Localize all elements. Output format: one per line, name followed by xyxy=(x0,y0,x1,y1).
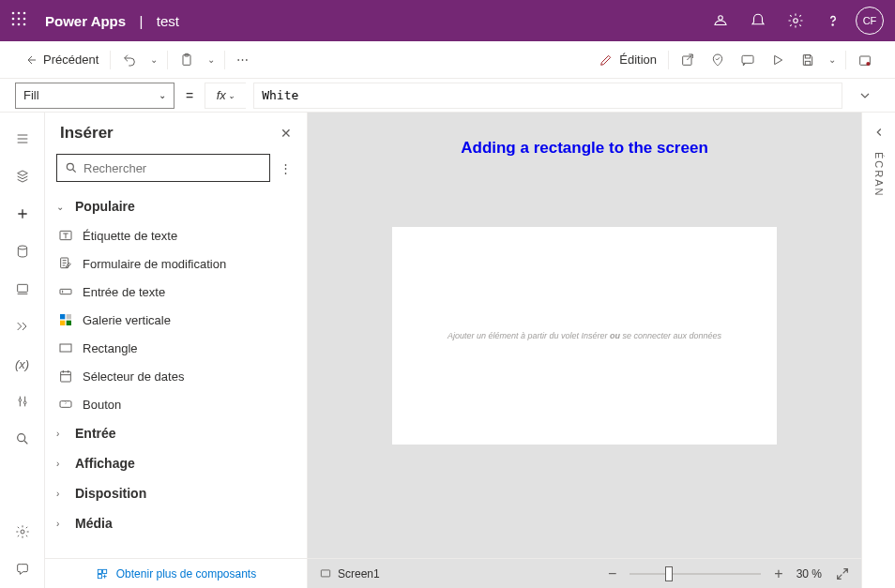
get-more-components[interactable]: Obtenir plus de composants xyxy=(45,558,307,588)
fx-button[interactable]: fx ⌄ xyxy=(205,83,246,109)
properties-tab-label[interactable]: ÉCRAN xyxy=(873,152,885,198)
svg-point-24 xyxy=(67,163,73,170)
rail-feedback-icon[interactable] xyxy=(0,550,45,588)
help-icon[interactable] xyxy=(814,0,852,41)
comments-button[interactable] xyxy=(733,41,763,79)
rail-tree-icon[interactable] xyxy=(0,158,45,195)
form-icon xyxy=(58,256,73,271)
user-avatar[interactable]: CF xyxy=(856,7,884,35)
zoom-in-button[interactable]: + xyxy=(774,565,782,582)
edit-label: Édition xyxy=(619,53,657,67)
button-icon xyxy=(58,397,73,412)
save-chevron-icon[interactable]: ⌄ xyxy=(823,54,842,65)
search-input[interactable] xyxy=(83,161,262,175)
more-commands-button[interactable]: ⋯ xyxy=(229,41,258,79)
divider xyxy=(845,51,846,69)
chevron-right-icon: › xyxy=(56,519,68,529)
group-display[interactable]: › Affichage xyxy=(45,448,307,478)
chevron-right-icon: › xyxy=(56,459,68,469)
svg-point-11 xyxy=(832,24,833,25)
breadcrumb-screen[interactable]: Screen1 xyxy=(319,567,380,580)
panel-more-icon[interactable]: ⋮ xyxy=(276,161,296,175)
zoom-out-button[interactable]: − xyxy=(608,565,616,582)
settings-icon[interactable] xyxy=(777,0,814,41)
svg-rect-36 xyxy=(102,569,106,573)
zoom-slider[interactable] xyxy=(630,573,761,575)
svg-point-2 xyxy=(23,12,26,15)
svg-point-0 xyxy=(12,12,15,15)
svg-rect-31 xyxy=(67,321,71,325)
tutorial-callout: Adding a rectangle to the screen xyxy=(461,139,708,158)
svg-rect-16 xyxy=(805,54,810,57)
control-edit-form[interactable]: Formulaire de modification xyxy=(45,249,307,278)
edit-button[interactable]: Édition xyxy=(591,41,664,79)
collapse-properties-icon[interactable] xyxy=(872,126,886,139)
rail-flows-icon[interactable] xyxy=(0,308,45,345)
svg-rect-37 xyxy=(98,574,101,578)
svg-point-6 xyxy=(12,23,15,26)
svg-point-5 xyxy=(23,18,26,21)
control-date-picker[interactable]: Sélecteur de dates xyxy=(45,362,307,390)
svg-point-19 xyxy=(866,62,870,66)
rail-search-icon[interactable] xyxy=(0,420,45,458)
rail-media-icon[interactable] xyxy=(0,270,45,308)
rail-variables-icon[interactable]: (x) xyxy=(0,345,45,383)
panel-close-icon[interactable]: ✕ xyxy=(281,126,292,141)
svg-rect-28 xyxy=(60,314,65,319)
group-media[interactable]: › Média xyxy=(45,508,307,538)
svg-rect-17 xyxy=(805,61,810,65)
group-entry[interactable]: › Entrée xyxy=(45,418,307,448)
undo-chevron-icon[interactable]: ⌄ xyxy=(144,54,163,65)
rail-insert-icon[interactable] xyxy=(0,195,45,233)
svg-point-22 xyxy=(17,434,24,442)
divider xyxy=(167,51,168,69)
svg-rect-29 xyxy=(67,314,71,319)
rail-hamburger-icon[interactable] xyxy=(0,120,45,158)
property-selector[interactable]: Fill ⌄ xyxy=(15,83,174,109)
svg-rect-35 xyxy=(98,569,101,573)
svg-point-4 xyxy=(18,18,21,21)
gallery-icon xyxy=(58,312,73,327)
undo-button[interactable] xyxy=(114,41,144,79)
chevron-right-icon: › xyxy=(56,429,68,439)
svg-point-10 xyxy=(794,19,798,23)
control-text-input[interactable]: Entrée de texte xyxy=(45,278,307,306)
svg-point-3 xyxy=(12,18,15,21)
checker-button[interactable] xyxy=(703,41,733,79)
header-separator: | xyxy=(131,13,151,29)
divider xyxy=(668,51,669,69)
group-layout[interactable]: › Disposition xyxy=(45,478,307,508)
group-popular[interactable]: ⌄ Populaire xyxy=(45,191,307,221)
control-button[interactable]: Bouton xyxy=(45,390,307,418)
control-vertical-gallery[interactable]: Galerie verticale xyxy=(45,306,307,334)
expand-formula-icon[interactable] xyxy=(850,88,880,103)
property-name: Fill xyxy=(23,88,39,102)
publish-button[interactable] xyxy=(850,41,880,79)
text-input-icon xyxy=(58,284,73,299)
environment-icon[interactable] xyxy=(702,0,739,41)
rail-data-icon[interactable] xyxy=(0,233,45,270)
paste-button[interactable] xyxy=(172,41,202,79)
preview-button[interactable] xyxy=(763,41,793,79)
control-rectangle[interactable]: Rectangle xyxy=(45,334,307,362)
zoom-percent: 30 % xyxy=(796,567,822,580)
search-input-wrapper[interactable] xyxy=(56,154,270,182)
control-text-label[interactable]: Étiquette de texte xyxy=(45,221,307,249)
search-icon xyxy=(65,161,78,174)
svg-rect-21 xyxy=(17,284,27,292)
fit-screen-button[interactable] xyxy=(835,566,850,581)
share-button[interactable] xyxy=(673,41,703,79)
save-button[interactable] xyxy=(793,41,823,79)
app-launcher-icon[interactable] xyxy=(11,11,30,30)
rail-settings-icon[interactable] xyxy=(0,513,45,550)
back-button[interactable]: Précédent xyxy=(15,41,106,79)
paste-chevron-icon[interactable]: ⌄ xyxy=(202,54,220,65)
text-label-icon xyxy=(58,228,73,243)
screen-preview[interactable]: Ajouter un élément à partir du volet Ins… xyxy=(392,227,777,445)
svg-point-7 xyxy=(18,23,21,26)
formula-input[interactable] xyxy=(253,83,842,109)
notifications-icon[interactable] xyxy=(739,0,777,41)
rectangle-icon xyxy=(58,340,73,355)
zoom-thumb[interactable] xyxy=(665,566,673,581)
rail-tools-icon[interactable] xyxy=(0,383,45,420)
